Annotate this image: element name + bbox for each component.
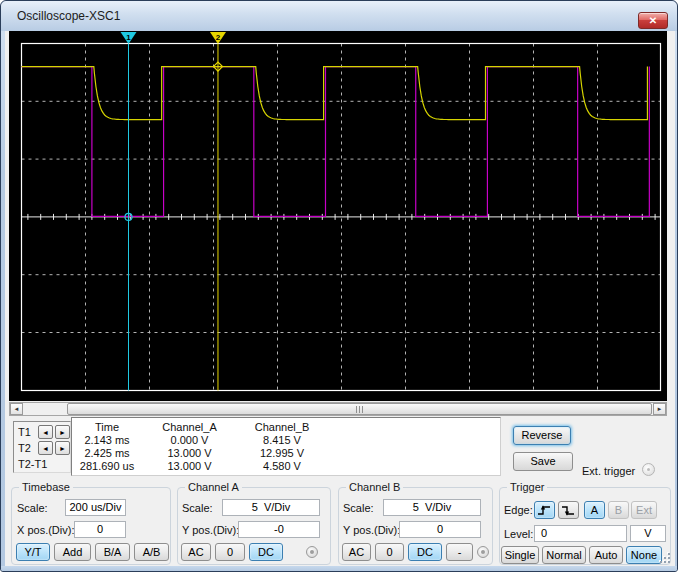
ext-trigger-label: Ext. trigger xyxy=(582,465,635,477)
scrollbar-thumb[interactable] xyxy=(67,403,652,415)
channel-a-ypos-label: Y pos.(Div): xyxy=(182,524,239,536)
ext-trigger-connector-icon[interactable] xyxy=(642,463,655,476)
window-title: Oscilloscope-XSC1 xyxy=(17,9,120,23)
timebase-ab-button[interactable]: A/B xyxy=(134,543,169,561)
channel-a-ypos-input[interactable]: -0 xyxy=(238,521,320,538)
table-row: 2.143 ms 0.000 V 8.415 V xyxy=(72,434,500,447)
trigger-group: Trigger Edge: A B Ext Level: 0 V Single xyxy=(499,487,671,565)
channel-a-scale-input[interactable]: 5 V/Div xyxy=(222,499,320,516)
trigger-level-unit[interactable]: V xyxy=(630,525,666,542)
save-button[interactable]: Save xyxy=(513,452,573,471)
channel-a-zero-button[interactable]: 0 xyxy=(215,543,245,561)
channel-b-trace xyxy=(22,67,648,120)
col-header-channel-a: Channel_A xyxy=(142,421,237,433)
channel-b-ypos-label: Y pos.(Div): xyxy=(343,524,400,536)
scroll-right-icon: ► xyxy=(657,406,663,412)
timebase-group: Timebase Scale: 200 us/Div X pos.(Div): … xyxy=(11,487,171,565)
channel-a-ac-button[interactable]: AC xyxy=(181,543,211,561)
timebase-yt-button[interactable]: Y/T xyxy=(16,543,50,561)
measurement-table: Time Channel_A Channel_B 2.143 ms 0.000 … xyxy=(71,417,501,476)
channel-b-title: Channel B xyxy=(346,481,403,493)
trigger-source-ext-button[interactable]: Ext xyxy=(631,501,657,519)
close-button[interactable]: ✕ xyxy=(638,12,668,29)
channel-b-scale-label: Scale: xyxy=(343,502,374,514)
cursor-select-box: T1 ◄ ► T2 ◄ ► T2-T1 xyxy=(13,421,71,473)
horizontal-scrollbar[interactable]: ◄ ► xyxy=(9,402,667,416)
t1-right-button[interactable]: ► xyxy=(55,425,70,439)
t2-left-button[interactable]: ◄ xyxy=(38,441,53,455)
trigger-title: Trigger xyxy=(507,481,547,493)
scroll-right-button[interactable]: ► xyxy=(653,403,666,415)
channel-b-minus-button[interactable]: - xyxy=(446,543,473,561)
channel-a-group: Channel A Scale: 5 V/Div Y pos.(Div): -0… xyxy=(177,487,331,565)
t1-time: 2.143 ms xyxy=(72,434,142,446)
scope-display[interactable]: 12 xyxy=(9,31,667,401)
t2-channel-b: 12.995 V xyxy=(237,447,327,459)
channel-b-connector-icon[interactable] xyxy=(477,546,489,558)
col-header-channel-b: Channel_B xyxy=(237,421,327,433)
delta-channel-a: 13.000 V xyxy=(142,460,237,472)
trigger-none-button[interactable]: None xyxy=(626,546,662,564)
col-header-time: Time xyxy=(72,421,142,433)
reverse-button[interactable]: Reverse xyxy=(513,426,571,445)
trigger-source-b-button[interactable]: B xyxy=(608,501,629,519)
cursor-2[interactable]: 2 xyxy=(210,32,226,391)
falling-edge-icon xyxy=(559,502,578,518)
channel-b-group: Channel B Scale: 5 V/Div Y pos.(Div): 0 … xyxy=(338,487,493,565)
rising-edge-icon xyxy=(535,502,554,518)
trigger-rising-edge-button[interactable] xyxy=(534,501,555,519)
channel-b-scale-input[interactable]: 5 V/Div xyxy=(383,499,481,516)
titlebar[interactable]: Oscilloscope-XSC1 ✕ xyxy=(1,1,677,31)
trigger-falling-edge-button[interactable] xyxy=(558,501,579,519)
t2-right-button[interactable]: ► xyxy=(55,441,70,455)
trigger-edge-label: Edge: xyxy=(504,504,533,516)
oscilloscope-window: Oscilloscope-XSC1 ✕ 12 ◄ ► T1 ◄ ► T2 ◄ ►… xyxy=(0,0,678,572)
channel-a-scale-label: Scale: xyxy=(182,502,213,514)
trigger-level-label: Level: xyxy=(504,528,533,540)
svg-text:2: 2 xyxy=(216,33,221,42)
timebase-add-button[interactable]: Add xyxy=(54,543,91,561)
t1-left-button[interactable]: ◄ xyxy=(38,425,53,439)
t1-channel-b: 8.415 V xyxy=(237,434,327,446)
t2-channel-a: 13.000 V xyxy=(142,447,237,459)
trigger-source-a-button[interactable]: A xyxy=(584,501,605,519)
trigger-auto-button[interactable]: Auto xyxy=(589,546,623,564)
delta-channel-b: 4.580 V xyxy=(237,460,327,472)
channel-b-ac-button[interactable]: AC xyxy=(342,543,371,561)
channel-b-ypos-input[interactable]: 0 xyxy=(399,521,481,538)
trigger-normal-button[interactable]: Normal xyxy=(542,546,586,564)
channel-a-connector-icon[interactable] xyxy=(306,546,318,558)
channel-a-dc-button[interactable]: DC xyxy=(249,543,283,561)
scrollbar-grip-icon xyxy=(356,406,364,413)
timebase-xpos-input[interactable]: 0 xyxy=(74,521,126,538)
timebase-scale-input[interactable]: 200 us/Div xyxy=(65,499,126,516)
scope-display-bezel: 12 xyxy=(9,31,667,401)
delta-time: 281.690 us xyxy=(72,460,142,472)
t2-time: 2.425 ms xyxy=(72,447,142,459)
channel-b-dc-button[interactable]: DC xyxy=(408,543,442,561)
timebase-title: Timebase xyxy=(19,481,73,493)
channel-b-zero-button[interactable]: 0 xyxy=(375,543,404,561)
scroll-left-button[interactable]: ◄ xyxy=(10,403,23,415)
t1-channel-a: 0.000 V xyxy=(142,434,237,446)
window-bottom-frame xyxy=(1,566,678,572)
resize-grip-icon[interactable] xyxy=(660,553,672,565)
t2-label: T2 xyxy=(18,442,31,457)
trigger-single-button[interactable]: Single xyxy=(501,546,539,564)
t1-label: T1 xyxy=(18,426,31,441)
channel-a-title: Channel A xyxy=(185,481,242,493)
scroll-left-icon: ◄ xyxy=(14,406,20,412)
content-area: 12 ◄ ► T1 ◄ ► T2 ◄ ► T2-T1 Time Channel_… xyxy=(5,31,675,566)
timebase-ba-button[interactable]: B/A xyxy=(95,543,130,561)
svg-text:1: 1 xyxy=(126,33,131,42)
table-row: 2.425 ms 13.000 V 12.995 V xyxy=(72,447,500,460)
timebase-scale-label: Scale: xyxy=(17,502,48,514)
channel-a-trace xyxy=(22,67,650,217)
timebase-xpos-label: X pos.(Div): xyxy=(17,524,74,536)
t2-t1-label: T2-T1 xyxy=(18,458,47,473)
trigger-level-input[interactable]: 0 xyxy=(534,525,627,542)
table-row: 281.690 us 13.000 V 4.580 V xyxy=(72,460,500,473)
cursor-1[interactable]: 1 xyxy=(121,32,137,391)
